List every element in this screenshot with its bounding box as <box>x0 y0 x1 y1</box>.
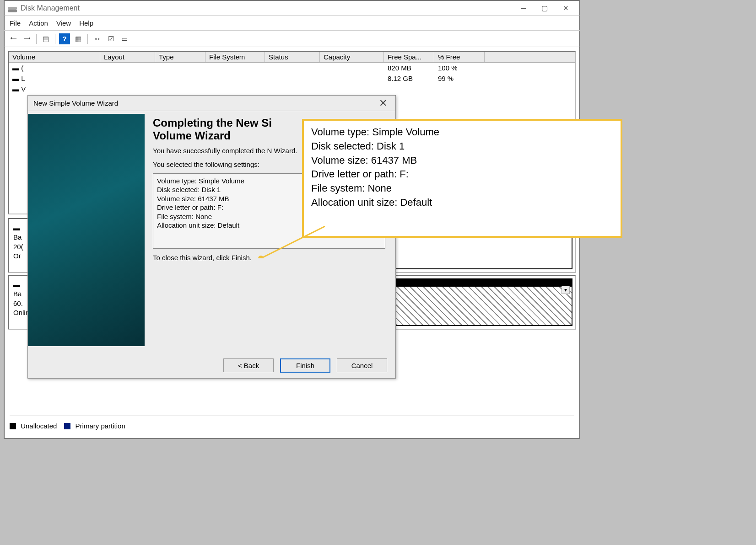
menu-view[interactable]: View <box>56 19 71 27</box>
disk-management-icon <box>8 4 17 12</box>
cell: L <box>21 75 25 82</box>
cell: V <box>21 85 26 93</box>
properties-icon[interactable]: ▤ <box>40 33 51 44</box>
wizard-sidebar-graphic <box>28 114 145 346</box>
disk-label: Or <box>13 252 21 260</box>
disk-label: Ba <box>13 233 22 241</box>
callout-line: Volume type: Simple Volume <box>311 125 613 139</box>
disk-label: 20( <box>13 243 23 251</box>
forward-icon[interactable]: ⭢ <box>22 33 32 44</box>
col-volume[interactable]: Volume <box>9 52 100 62</box>
refresh-icon[interactable]: ▦ <box>73 33 84 44</box>
wizard-close-text: To close this wizard, click Finish. <box>153 253 385 262</box>
table-row[interactable]: ▬ V <box>9 84 575 94</box>
col-type[interactable]: Type <box>155 52 205 62</box>
scroll-down-button[interactable]: ▾ <box>562 286 570 294</box>
separator <box>36 34 37 44</box>
check-icon[interactable]: ☑ <box>105 33 116 44</box>
back-icon[interactable]: ⭠ <box>8 33 19 44</box>
toolbar: ⭠ ⭢ ▤ ? ▦ ➳ ☑ ▭ <box>4 31 580 47</box>
dialog-titlebar: New Simple Volume Wizard ✕ <box>28 96 395 111</box>
table-header: Volume Layout Type File System Status Ca… <box>9 52 575 63</box>
action-icon[interactable]: ➳ <box>92 33 103 44</box>
col-pctfree[interactable]: % Free <box>434 52 485 62</box>
cell: 820 MB <box>384 64 434 72</box>
separator <box>55 34 55 44</box>
callout-line: File system: None <box>311 182 613 196</box>
menu-file[interactable]: File <box>10 19 21 27</box>
swatch-unallocated-icon <box>10 423 16 429</box>
callout-line: Drive letter or path: F: <box>311 167 613 182</box>
menu-action[interactable]: Action <box>29 19 48 27</box>
cancel-button[interactable]: Cancel <box>337 358 387 372</box>
disk-label: Ba <box>13 290 22 298</box>
table-row[interactable]: ▬ ( 820 MB 100 % <box>9 63 575 73</box>
help-icon[interactable]: ? <box>59 33 70 44</box>
maximize-button[interactable]: ▢ <box>534 1 555 15</box>
menu-bar: File Action View Help <box>4 16 580 31</box>
close-button[interactable]: ✕ <box>555 1 576 15</box>
cell: 100 % <box>434 64 485 72</box>
cell: ( <box>21 64 23 72</box>
callout-magnifier: Volume type: Simple Volume Disk selected… <box>302 119 622 238</box>
callout-line: Allocation unit size: Default <box>311 196 613 210</box>
separator <box>87 34 88 44</box>
col-filesystem[interactable]: File System <box>205 52 265 62</box>
col-status[interactable]: Status <box>265 52 320 62</box>
back-button[interactable]: < Back <box>223 358 274 372</box>
title-bar: Disk Management ─ ▢ ✕ <box>4 0 580 16</box>
swatch-primary-icon <box>64 423 70 429</box>
col-layout[interactable]: Layout <box>100 52 155 62</box>
menu-help[interactable]: Help <box>79 19 93 27</box>
finish-button[interactable]: Finish <box>280 358 330 373</box>
disk-label: 60. <box>13 299 23 307</box>
col-capacity[interactable]: Capacity <box>320 52 384 62</box>
cell: 99 % <box>434 74 485 83</box>
legend: Unallocated Primary partition <box>10 416 574 432</box>
callout-line: Volume size: 61437 MB <box>311 154 613 168</box>
list-icon[interactable]: ▭ <box>119 33 130 44</box>
table-row[interactable]: ▬ L 8.12 GB 99 % <box>9 73 575 84</box>
col-freespace[interactable]: Free Spa... <box>384 52 434 62</box>
wizard-buttons: < Back Finish Cancel <box>223 358 387 373</box>
dialog-close-button[interactable]: ✕ <box>376 97 390 109</box>
legend-label: Primary partition <box>76 422 125 430</box>
legend-label: Unallocated <box>21 422 57 430</box>
callout-line: Disk selected: Disk 1 <box>311 139 613 154</box>
window-title: Disk Management <box>21 4 513 12</box>
dialog-title: New Simple Volume Wizard <box>33 99 376 107</box>
minimize-button[interactable]: ─ <box>513 1 534 15</box>
cell: 8.12 GB <box>384 74 434 83</box>
